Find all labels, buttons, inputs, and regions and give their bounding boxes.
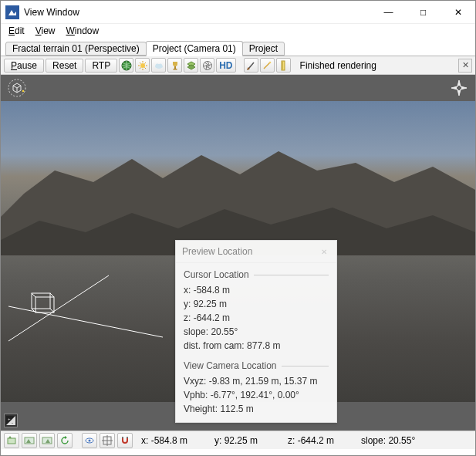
vphb-value: -6.77°, 192.41°, 0.00° bbox=[211, 390, 299, 400]
menu-view[interactable]: View bbox=[35, 25, 56, 36]
svg-marker-31 bbox=[461, 86, 467, 90]
svg-point-29 bbox=[22, 90, 25, 93]
svg-line-10 bbox=[144, 62, 146, 64]
toolbar: Pause Reset RTP HD Finished rendering ✕ bbox=[1, 56, 475, 75]
status-y-value: 92.25 m bbox=[224, 435, 258, 446]
thumbnail-b-icon[interactable] bbox=[39, 433, 55, 448]
rtp-button[interactable]: RTP bbox=[85, 59, 117, 73]
tab-project-camera01[interactable]: Project (Camera 01) bbox=[146, 41, 243, 56]
status-y-label: y: bbox=[214, 435, 221, 446]
compass-icon[interactable] bbox=[449, 78, 469, 98]
brush-icon[interactable] bbox=[244, 58, 258, 73]
reset-button[interactable]: Reset bbox=[46, 59, 83, 73]
slope-value: 20.55° bbox=[211, 326, 238, 337]
status-slope-value: 20.55° bbox=[388, 435, 415, 446]
render-viewport[interactable]: Preview Location ✕ Cursor Location x: -5… bbox=[1, 75, 475, 431]
svg-point-21 bbox=[269, 61, 272, 63]
x-value: -584.8 m bbox=[194, 285, 230, 296]
magnet-icon[interactable] bbox=[117, 433, 133, 448]
save-view-icon[interactable] bbox=[4, 433, 19, 448]
status-x-value: -584.8 m bbox=[151, 435, 187, 446]
vheight-value: 112.5 m bbox=[220, 404, 253, 414]
thumbnail-a-icon[interactable] bbox=[22, 433, 37, 448]
exposure-icon[interactable]: +- bbox=[4, 414, 18, 427]
tab-fractal-terrain[interactable]: Fractal terrain 01 (Perspective) bbox=[5, 42, 147, 56]
close-button[interactable]: ✕ bbox=[441, 1, 475, 24]
cloud-icon[interactable] bbox=[151, 58, 166, 73]
vxyz-label: Vxyz: bbox=[184, 376, 206, 387]
svg-marker-30 bbox=[457, 80, 461, 86]
vphb-label: Vphb: bbox=[184, 390, 208, 400]
status-x-label: x: bbox=[141, 435, 148, 446]
layers-icon[interactable] bbox=[184, 58, 198, 73]
minimize-button[interactable]: — bbox=[371, 1, 406, 24]
menubar: Edit View Window bbox=[1, 24, 475, 39]
sun-icon[interactable] bbox=[135, 58, 150, 73]
dist-value: 877.8 m bbox=[247, 340, 280, 351]
svg-rect-14 bbox=[174, 66, 176, 69]
tabs-row: Fractal terrain 01 (Perspective) Project… bbox=[1, 39, 475, 56]
app-icon bbox=[5, 5, 19, 19]
statusbar: x: -584.8 m y: 92.25 m z: -644.2 m slope… bbox=[1, 431, 475, 449]
ruler-icon[interactable] bbox=[276, 58, 291, 73]
svg-marker-49 bbox=[8, 436, 12, 438]
crosshair-icon[interactable] bbox=[100, 433, 115, 448]
slope-label: slope: bbox=[184, 326, 208, 337]
menu-window[interactable]: Window bbox=[66, 25, 100, 36]
svg-point-56 bbox=[89, 439, 91, 441]
y-value: 92.25 m bbox=[194, 299, 227, 309]
svg-line-9 bbox=[140, 67, 141, 69]
svg-point-13 bbox=[159, 63, 162, 66]
maximize-button[interactable]: □ bbox=[406, 1, 441, 24]
orientation-cube-icon[interactable] bbox=[7, 78, 27, 98]
tab-project[interactable]: Project bbox=[242, 42, 285, 56]
status-slope-label: slope: bbox=[361, 435, 386, 446]
toolbar-close-icon[interactable]: ✕ bbox=[458, 59, 472, 73]
svg-line-8 bbox=[144, 67, 146, 69]
svg-marker-54 bbox=[65, 436, 67, 439]
wand-icon[interactable] bbox=[260, 58, 275, 73]
y-label: y: bbox=[184, 299, 191, 309]
svg-line-20 bbox=[264, 62, 270, 69]
svg-marker-17 bbox=[187, 65, 195, 69]
svg-rect-61 bbox=[127, 437, 128, 438]
camera-section-label: View Camera Location bbox=[184, 360, 277, 371]
eye-icon[interactable] bbox=[82, 433, 97, 448]
svg-marker-33 bbox=[451, 86, 457, 90]
trophy-icon[interactable] bbox=[167, 58, 182, 73]
svg-point-2 bbox=[140, 63, 145, 68]
aperture-icon[interactable] bbox=[200, 58, 214, 73]
svg-line-19 bbox=[249, 62, 254, 68]
status-z-value: -644.2 m bbox=[298, 435, 334, 446]
status-z-label: z: bbox=[288, 435, 295, 446]
cursor-section-label: Cursor Location bbox=[184, 269, 249, 280]
preview-location-panel: Preview Location ✕ Cursor Location x: -5… bbox=[175, 240, 337, 423]
hd-button[interactable]: HD bbox=[216, 58, 235, 73]
refresh-icon[interactable] bbox=[57, 433, 73, 448]
svg-text:+: + bbox=[8, 417, 11, 421]
menu-edit[interactable]: Edit bbox=[8, 25, 25, 36]
globe-icon[interactable] bbox=[119, 58, 133, 73]
svg-rect-60 bbox=[122, 437, 123, 438]
panel-close-icon[interactable]: ✕ bbox=[318, 245, 330, 258]
svg-rect-48 bbox=[8, 438, 15, 444]
svg-line-7 bbox=[140, 62, 141, 64]
window-title: View Window bbox=[24, 7, 79, 18]
dist-label: dist. from cam: bbox=[184, 340, 245, 351]
z-label: z: bbox=[184, 312, 191, 323]
vxyz-value: -9.83 m, 21.59 m, 15.37 m bbox=[209, 376, 318, 387]
render-status-text: Finished rendering bbox=[300, 60, 376, 71]
pause-button[interactable]: Pause bbox=[4, 59, 44, 73]
panel-title: Preview Location bbox=[182, 246, 252, 257]
vheight-label: Vheight: bbox=[184, 404, 218, 414]
svg-marker-0 bbox=[8, 10, 16, 15]
svg-marker-32 bbox=[457, 90, 461, 96]
titlebar: View Window — □ ✕ bbox=[1, 1, 475, 24]
z-value: -644.2 m bbox=[194, 312, 230, 323]
x-label: x: bbox=[184, 285, 191, 296]
svg-point-12 bbox=[155, 63, 159, 67]
svg-rect-15 bbox=[173, 69, 177, 70]
svg-text:-: - bbox=[12, 421, 13, 425]
